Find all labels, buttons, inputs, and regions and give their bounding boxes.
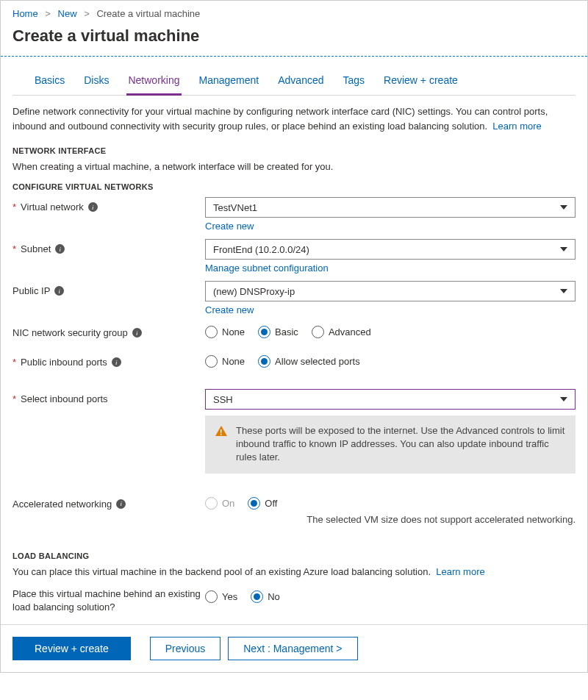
chevron-down-icon xyxy=(560,205,567,210)
nsg-radio-group: None Basic Advanced xyxy=(205,323,576,338)
lb-question-label: Place this virtual machine behind an exi… xyxy=(12,588,205,614)
ports-warning-text: These ports will be exposed to the inter… xyxy=(236,424,565,465)
nsg-label: NIC network security group xyxy=(12,327,128,338)
tab-management[interactable]: Management xyxy=(198,68,261,95)
info-icon[interactable]: i xyxy=(55,244,65,254)
accel-radio-group: On Off xyxy=(205,494,576,510)
publicip-value: (new) DNSProxy-ip xyxy=(213,286,295,297)
info-icon[interactable]: i xyxy=(54,286,64,296)
lb-radio-group: Yes No xyxy=(205,588,576,603)
ni-description: When creating a virtual machine, a netwo… xyxy=(12,161,576,172)
inbound-radio-allow[interactable]: Allow selected ports xyxy=(258,355,360,368)
required-icon: * xyxy=(12,393,16,404)
nsg-radio-none[interactable]: None xyxy=(205,326,245,338)
inbound-label: Public inbound ports xyxy=(21,357,107,368)
page-title: Create a virtual machine xyxy=(1,24,587,56)
vnet-value: TestVNet1 xyxy=(213,202,257,213)
info-icon[interactable]: i xyxy=(88,202,98,212)
breadcrumb-current: Create a virtual machine xyxy=(96,8,200,19)
breadcrumb-home[interactable]: Home xyxy=(12,8,38,19)
subnet-value: FrontEnd (10.2.0.0/24) xyxy=(213,244,309,255)
vnet-create-new-link[interactable]: Create new xyxy=(205,221,254,232)
accel-radio-on: On xyxy=(205,497,234,510)
divider-dashed xyxy=(1,56,587,57)
tabs: Basics Disks Networking Management Advan… xyxy=(12,68,576,96)
breadcrumb: Home > New > Create a virtual machine xyxy=(1,1,587,24)
review-create-button[interactable]: Review + create xyxy=(12,637,131,660)
chevron-down-icon xyxy=(560,397,567,401)
chevron-right-icon: > xyxy=(45,8,51,19)
info-icon[interactable]: i xyxy=(116,499,126,509)
section-network-interface: NETWORK INTERFACE xyxy=(12,146,576,155)
lb-radio-yes[interactable]: Yes xyxy=(205,590,237,603)
selports-select[interactable]: SSH xyxy=(205,389,576,410)
nsg-radio-basic[interactable]: Basic xyxy=(258,326,298,338)
inbound-radio-group: None Allow selected ports xyxy=(205,352,576,368)
intro-text: Define network connectivity for your vir… xyxy=(12,104,576,133)
accel-radio-off[interactable]: Off xyxy=(248,497,277,510)
ports-warning: These ports will be exposed to the inter… xyxy=(205,415,576,474)
required-icon: * xyxy=(12,243,16,254)
tab-disks[interactable]: Disks xyxy=(82,68,110,95)
footer: Review + create Previous Next : Manageme… xyxy=(1,624,587,672)
next-button[interactable]: Next : Management > xyxy=(228,637,357,660)
learn-more-link[interactable]: Learn more xyxy=(492,121,541,132)
chevron-right-icon: > xyxy=(84,8,90,19)
selports-label: Select inbound ports xyxy=(21,393,108,404)
subnet-manage-link[interactable]: Manage subnet configuration xyxy=(205,262,329,274)
subnet-select[interactable]: FrontEnd (10.2.0.0/24) xyxy=(205,239,576,260)
chevron-down-icon xyxy=(560,247,567,251)
publicip-select[interactable]: (new) DNSProxy-ip xyxy=(205,281,576,301)
vnet-label: Virtual network xyxy=(21,201,84,213)
chevron-down-icon xyxy=(560,289,567,293)
info-icon[interactable]: i xyxy=(132,328,142,338)
tab-advanced[interactable]: Advanced xyxy=(276,68,325,95)
inbound-radio-none[interactable]: None xyxy=(205,355,245,368)
vnet-select[interactable]: TestVNet1 xyxy=(205,197,576,218)
tab-networking[interactable]: Networking xyxy=(126,68,181,96)
tab-basics[interactable]: Basics xyxy=(33,68,66,95)
lb-description: You can place this virtual machine in th… xyxy=(12,566,576,577)
accel-label: Accelerated networking xyxy=(12,499,112,510)
lb-learn-more-link[interactable]: Learn more xyxy=(436,566,484,577)
warning-icon xyxy=(215,426,227,436)
lb-radio-no[interactable]: No xyxy=(251,590,280,603)
tab-tags[interactable]: Tags xyxy=(342,68,367,95)
section-load-balancing: LOAD BALANCING xyxy=(12,551,576,560)
breadcrumb-new[interactable]: New xyxy=(58,8,77,19)
nsg-radio-advanced[interactable]: Advanced xyxy=(312,326,371,338)
previous-button[interactable]: Previous xyxy=(150,637,220,660)
publicip-label: Public IP xyxy=(12,285,50,296)
required-icon: * xyxy=(12,201,16,213)
required-icon: * xyxy=(12,357,16,368)
subnet-label: Subnet xyxy=(21,243,51,254)
tab-review-create[interactable]: Review + create xyxy=(382,68,459,95)
info-icon[interactable]: i xyxy=(112,357,121,367)
section-configure-vnets: CONFIGURE VIRTUAL NETWORKS xyxy=(12,182,576,191)
selports-value: SSH xyxy=(213,394,233,405)
publicip-create-new-link[interactable]: Create new xyxy=(205,304,254,315)
accel-note: The selected VM size does not support ac… xyxy=(205,514,576,525)
